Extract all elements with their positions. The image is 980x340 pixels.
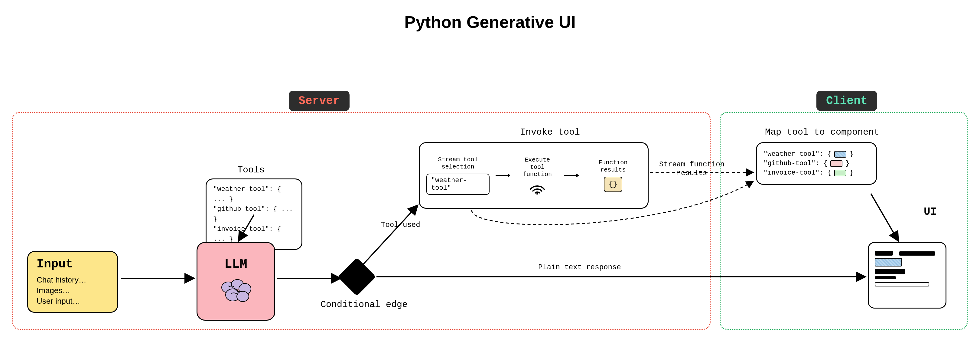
client-badge: Client bbox=[816, 91, 877, 111]
map-close-1: } bbox=[845, 160, 850, 167]
map-close-0: } bbox=[850, 150, 853, 158]
arrow-icon bbox=[496, 171, 510, 180]
ui-outline-bar bbox=[875, 282, 929, 286]
component-swatch-blue bbox=[834, 151, 846, 158]
invoke-box: Stream tool selection "weather-tool" Exe… bbox=[419, 142, 649, 209]
map-key-0: "weather-tool": { bbox=[764, 150, 831, 158]
map-row-2: "invoice-tool": { } bbox=[764, 169, 869, 177]
tools-entry-2: "invoice-tool": { ... } bbox=[213, 224, 295, 244]
ui-box bbox=[868, 242, 947, 308]
tools-box: "weather-tool": { ... } "github-tool": {… bbox=[205, 179, 302, 250]
brain-icon bbox=[216, 275, 256, 305]
input-line-2: User input… bbox=[37, 296, 108, 306]
execute-caption: Execute tool function bbox=[516, 156, 558, 178]
map-row-0: "weather-tool": { } bbox=[764, 150, 869, 158]
ui-bar bbox=[875, 251, 893, 255]
tools-entry-1: "github-tool": { ... } bbox=[213, 204, 295, 224]
ui-label: UI bbox=[924, 206, 937, 218]
results-group: Function results {} bbox=[585, 159, 641, 192]
svg-marker-6 bbox=[508, 174, 510, 177]
component-swatch-pink bbox=[830, 160, 842, 167]
llm-heading: LLM bbox=[224, 257, 247, 271]
ui-bar bbox=[875, 276, 896, 279]
map-key-2: "invoice-tool": { bbox=[764, 169, 831, 177]
map-box: "weather-tool": { } "github-tool": { } "… bbox=[756, 142, 877, 185]
svg-marker-9 bbox=[576, 174, 579, 177]
input-box: Input Chat history… Images… User input… bbox=[27, 251, 118, 313]
tool-used-label: Tool used bbox=[381, 221, 420, 230]
svg-point-4 bbox=[237, 291, 249, 302]
stream-selection-caption: Stream tool selection bbox=[438, 156, 478, 171]
input-line-0: Chat history… bbox=[37, 275, 108, 285]
map-close-2: } bbox=[850, 169, 853, 177]
tools-entry-0: "weather-tool": { ... } bbox=[213, 184, 295, 204]
llm-box: LLM bbox=[197, 242, 275, 321]
selected-tool-pill: "weather-tool" bbox=[426, 174, 490, 195]
result-chip: {} bbox=[604, 177, 622, 192]
diagram-canvas: Python Generative UI Server Client Input… bbox=[0, 0, 980, 340]
ui-hatch-swatch bbox=[875, 258, 902, 267]
conditional-label: Conditional edge bbox=[321, 300, 407, 310]
component-swatch-green bbox=[834, 170, 846, 176]
stream-results-note: Stream function results bbox=[659, 160, 724, 178]
invoke-label: Invoke tool bbox=[520, 127, 580, 137]
ui-bar bbox=[899, 251, 935, 255]
tools-label: Tools bbox=[237, 165, 264, 175]
arrow-icon bbox=[564, 171, 579, 180]
diagram-title: Python Generative UI bbox=[404, 12, 576, 32]
results-caption: Function results bbox=[585, 159, 641, 174]
server-badge: Server bbox=[289, 91, 350, 111]
input-heading: Input bbox=[37, 257, 108, 271]
map-row-1: "github-tool": { } bbox=[764, 160, 869, 167]
svg-point-7 bbox=[536, 193, 538, 195]
wifi-icon bbox=[528, 181, 546, 195]
map-label: Map tool to component bbox=[765, 127, 879, 137]
stream-selection-group: Stream tool selection "weather-tool" bbox=[426, 156, 490, 195]
execute-group: Execute tool function bbox=[516, 156, 558, 195]
ui-bar bbox=[875, 269, 905, 275]
input-line-1: Images… bbox=[37, 285, 108, 296]
plain-text-label: Plain text response bbox=[538, 263, 621, 272]
map-key-1: "github-tool": { bbox=[764, 160, 827, 167]
